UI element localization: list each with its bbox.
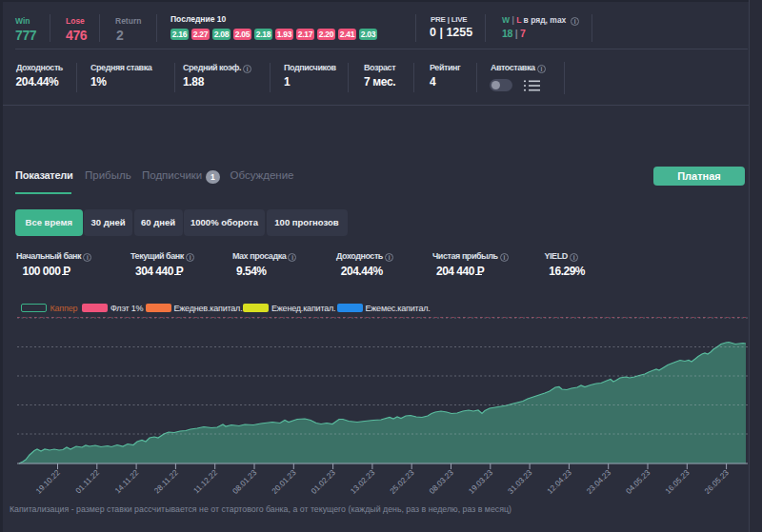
svg-text:16.05.23: 16.05.23 — [664, 468, 692, 496]
svg-text:14.11.22: 14.11.22 — [113, 468, 141, 496]
svg-text:11.12.22: 11.12.22 — [192, 468, 220, 496]
svg-text:28.11.22: 28.11.22 — [152, 468, 180, 496]
svg-text:20.01.23: 20.01.23 — [271, 468, 298, 496]
svg-text:08.01.23: 08.01.23 — [231, 468, 259, 496]
svg-text:25.02.23: 25.02.23 — [389, 468, 416, 496]
svg-text:23.04.23: 23.04.23 — [585, 468, 612, 496]
svg-text:01.11.22: 01.11.22 — [74, 468, 102, 496]
svg-text:04.05.23: 04.05.23 — [625, 468, 652, 496]
svg-text:19.10.22: 19.10.22 — [34, 468, 62, 496]
svg-text:19.03.23: 19.03.23 — [467, 468, 494, 496]
svg-text:01.02.23: 01.02.23 — [310, 468, 337, 496]
svg-text:31.03.23: 31.03.23 — [507, 468, 534, 496]
svg-text:12.04.23: 12.04.23 — [546, 468, 573, 496]
svg-text:13.02.23: 13.02.23 — [349, 468, 376, 496]
svg-text:08.03.23: 08.03.23 — [428, 468, 455, 496]
svg-text:26.05.23: 26.05.23 — [703, 468, 731, 496]
